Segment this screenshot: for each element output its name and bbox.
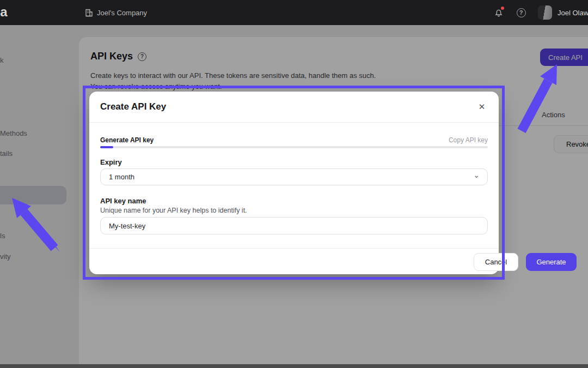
expiry-selected-value: 1 month xyxy=(109,173,134,181)
company-name: Joel's Company xyxy=(97,9,147,17)
modal-title: Create API Key xyxy=(100,101,166,112)
cancel-button[interactable]: Cancel xyxy=(474,253,518,271)
chevron-down-icon: ⌄ xyxy=(473,167,480,183)
help-button[interactable]: ? xyxy=(515,7,527,19)
modal-footer-divider xyxy=(89,248,499,249)
company-switcher[interactable]: Joel's Company xyxy=(85,0,147,25)
close-icon[interactable]: ✕ xyxy=(476,101,488,113)
expiry-select[interactable]: 1 month ⌄ xyxy=(100,168,488,185)
help-icon: ? xyxy=(517,8,526,17)
screen-bottom-strip xyxy=(0,364,588,368)
topbar: ca Joel's Company ? Joel Olaw xyxy=(0,0,588,25)
avatar[interactable] xyxy=(538,5,552,20)
modal-header: Create API Key ✕ xyxy=(89,92,499,123)
generate-button[interactable]: Generate xyxy=(526,253,577,271)
create-api-key-modal: Create API Key ✕ Generate API key Copy A… xyxy=(89,92,499,274)
step-copy-api-key: Copy API key xyxy=(449,136,488,144)
api-key-name-helper: Unique name for your API key helps to id… xyxy=(100,207,247,214)
api-key-name-label: API key name xyxy=(100,197,146,205)
step-generate-api-key: Generate API key xyxy=(100,136,154,144)
user-name: Joel Olaw xyxy=(558,9,588,17)
building-icon xyxy=(85,9,93,17)
api-key-name-input[interactable] xyxy=(100,217,488,234)
notifications-button[interactable] xyxy=(493,7,505,19)
step-progress-fill xyxy=(100,146,113,148)
expiry-label: Expiry xyxy=(100,158,122,166)
step-progress-bar xyxy=(100,146,488,148)
notification-dot xyxy=(501,7,504,10)
app-logo: ca xyxy=(0,4,8,20)
